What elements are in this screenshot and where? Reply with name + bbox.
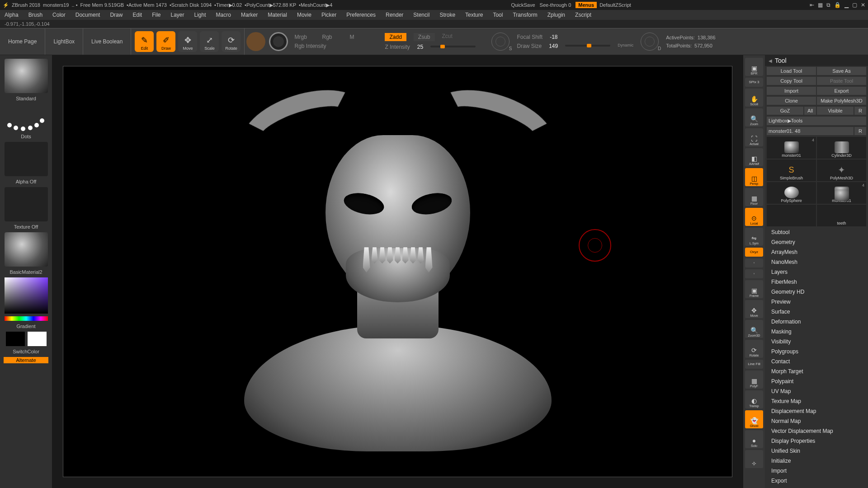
menu-texture[interactable]: Texture <box>465 12 483 18</box>
dynamic-gyro-icon[interactable]: D <box>641 33 659 51</box>
tool-polysphere[interactable]: PolySphere <box>767 182 816 204</box>
zadd-toggle[interactable]: Zadd <box>385 33 406 41</box>
sub-normalmap[interactable]: Normal Map <box>765 416 868 426</box>
zoom3d-button[interactable]: 🔍Zoom3D <box>745 320 763 338</box>
sub-polygroups[interactable]: Polygroups <box>765 347 868 357</box>
close-icon[interactable]: ✕ <box>861 2 865 8</box>
hue-bar[interactable] <box>5 316 48 321</box>
sub-unifiedskin[interactable]: Unified Skin <box>765 446 868 456</box>
menu-color[interactable]: Color <box>52 12 66 18</box>
viewport[interactable] <box>63 66 732 477</box>
aahalf-button[interactable]: ◧AAHalf <box>745 148 763 166</box>
actual-button[interactable]: ⛶Actual <box>745 128 763 146</box>
menu-file[interactable]: File <box>152 12 160 18</box>
switch-color-button[interactable]: SwitchColor <box>4 349 48 354</box>
lsym-button[interactable]: ⇋L.Sym <box>745 228 763 246</box>
home-page-button[interactable]: Home Page <box>0 28 45 55</box>
draw-mode-button[interactable]: ✐Draw <box>156 31 175 52</box>
sub-fibermesh[interactable]: FiberMesh <box>765 277 868 287</box>
sub-surface[interactable]: Surface <box>765 307 868 317</box>
float-icon[interactable]: ⧉ <box>826 2 830 8</box>
sub-initialize[interactable]: Initialize <box>765 456 868 466</box>
sub-morphtarget[interactable]: Morph Target <box>765 366 868 376</box>
lightbox-tools-link[interactable]: Lightbox▶Tools <box>767 117 866 125</box>
sculptris-button[interactable] <box>269 32 288 51</box>
draw-size-value[interactable]: 149 <box>549 43 558 49</box>
zsub-toggle[interactable]: Zsub <box>414 33 435 41</box>
y-button[interactable]: ◦ <box>745 258 763 267</box>
persp-button[interactable]: ◫Persp <box>745 168 763 186</box>
menu-picker[interactable]: Picker <box>321 12 336 18</box>
sub-displayprops[interactable]: Display Properties <box>765 436 868 446</box>
sub-layers[interactable]: Layers <box>765 267 868 277</box>
xyz-button[interactable]: Oxyz <box>745 248 763 257</box>
current-tool-name[interactable]: monster01. 48 <box>767 127 854 135</box>
goz-visible-button[interactable]: Visible <box>817 107 854 115</box>
scroll-button[interactable]: ✋Scroll <box>745 89 763 107</box>
live-boolean-button[interactable]: Live Boolean <box>83 28 131 55</box>
export-button[interactable]: Export <box>817 87 866 95</box>
sub-masking[interactable]: Masking <box>765 327 868 337</box>
frame-button[interactable]: ▣Frame <box>745 280 763 298</box>
dynamic-label[interactable]: Dynamic <box>618 43 633 49</box>
default-zscript[interactable]: DefaultZScript <box>599 2 631 8</box>
color-picker[interactable] <box>5 277 48 314</box>
tool-monster01[interactable]: 4monster01 <box>767 137 816 159</box>
lock-icon[interactable]: 🔒 <box>834 2 841 8</box>
rotate-mode-button[interactable]: ⟳Rotate <box>222 31 241 52</box>
goz-button[interactable]: GoZ <box>767 107 803 115</box>
gizmo-3d-button[interactable] <box>246 32 265 51</box>
import-button[interactable]: Import <box>767 87 816 95</box>
sub-contact[interactable]: Contact <box>765 357 868 366</box>
z-button[interactable]: ◦ <box>745 269 763 278</box>
pin-icon[interactable]: ⇤ <box>810 2 814 8</box>
move-mode-button[interactable]: ✥Move <box>178 31 197 52</box>
bpr-button[interactable]: ▣BPR <box>745 58 763 76</box>
floor-button[interactable]: ▦Floor <box>745 188 763 206</box>
save-as-button[interactable]: Save As <box>817 67 866 75</box>
menu-macro[interactable]: Macro <box>216 12 231 18</box>
sub-polypaint[interactable]: Polypaint <box>765 376 868 386</box>
menu-zplugin[interactable]: Zplugin <box>547 12 565 18</box>
alternate-button[interactable]: Alternate <box>4 357 48 363</box>
draw-size-slider[interactable] <box>565 45 610 47</box>
tool-simplebrush[interactable]: SSimpleBrush <box>767 160 816 181</box>
menu-render[interactable]: Render <box>386 12 403 18</box>
menu-brush[interactable]: Brush <box>28 12 42 18</box>
goz-r-button[interactable]: R <box>854 107 866 115</box>
lightbox-button[interactable]: LightBox <box>45 28 83 55</box>
edit-mode-button[interactable]: ✎Edit <box>135 31 154 52</box>
zcut-toggle[interactable]: Zcut <box>442 33 462 41</box>
sub-vectordisp[interactable]: Vector Displacement Map <box>765 426 868 436</box>
sub-export[interactable]: Export <box>765 476 868 486</box>
zoom-button[interactable]: 🔍Zoom <box>745 108 763 127</box>
menu-stroke[interactable]: Stroke <box>439 12 455 18</box>
menu-material[interactable]: Material <box>268 12 287 18</box>
polyf-button[interactable]: ▦PolyF <box>745 371 763 389</box>
mrgb-toggle[interactable]: Mrgb <box>294 34 315 40</box>
menu-movie[interactable]: Movie <box>297 12 311 18</box>
transp-button[interactable]: ◐Transp <box>745 390 763 408</box>
tool-cylinder3d[interactable]: Cylinder3D <box>817 137 866 159</box>
alpha-thumb[interactable] <box>5 142 48 176</box>
menu-stencil[interactable]: Stencil <box>413 12 429 18</box>
minimize-icon[interactable]: ▁ <box>844 2 849 8</box>
local-button[interactable]: ⊙Local <box>745 208 763 226</box>
tool-polymesh3d[interactable]: ✦PolyMesh3D <box>817 160 866 181</box>
ghost-button[interactable]: 👻Ghost <box>745 410 763 428</box>
make-polymesh3d-button[interactable]: Make PolyMesh3D <box>817 97 866 105</box>
dock-icon[interactable]: ▦ <box>818 2 823 8</box>
menu-transform[interactable]: Transform <box>513 12 537 18</box>
menu-light[interactable]: Light <box>194 12 206 18</box>
gradient-label[interactable]: Gradient <box>4 324 48 329</box>
texture-thumb[interactable] <box>5 187 48 221</box>
sub-geometryhd[interactable]: Geometry HD <box>765 287 868 297</box>
menu-layer[interactable]: Layer <box>171 12 184 18</box>
rgb-toggle[interactable]: Rgb <box>322 34 342 40</box>
secondary-color-swatch[interactable] <box>6 332 25 346</box>
z-intensity-value[interactable]: 25 <box>417 44 423 50</box>
focal-shift-value[interactable]: -18 <box>550 34 557 40</box>
menu-alpha[interactable]: Alpha <box>5 12 19 18</box>
m-toggle[interactable]: M <box>349 34 370 40</box>
menu-zscript[interactable]: Zscript <box>575 12 591 18</box>
